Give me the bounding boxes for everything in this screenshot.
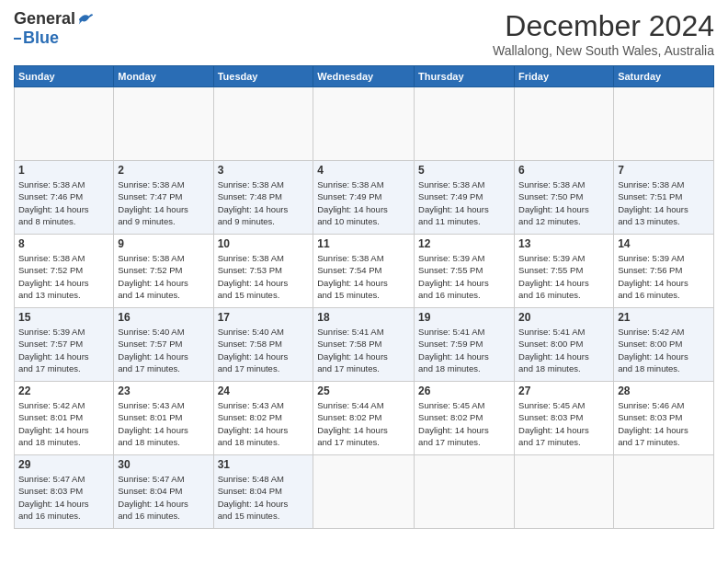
day-info: Sunrise: 5:43 AMSunset: 8:02 PMDaylight:… <box>218 399 310 448</box>
table-row: 14Sunrise: 5:39 AMSunset: 7:56 PMDayligh… <box>614 235 714 308</box>
day-number: 21 <box>618 311 710 324</box>
calendar-table: Sunday Monday Tuesday Wednesday Thursday… <box>14 65 714 529</box>
day-number: 30 <box>118 458 209 471</box>
day-number: 25 <box>317 385 410 397</box>
header: General Blue December 2024 Wallalong, Ne… <box>14 9 714 58</box>
table-row: 11Sunrise: 5:38 AMSunset: 7:54 PMDayligh… <box>313 235 415 308</box>
day-info: Sunrise: 5:42 AMSunset: 8:00 PMDaylight:… <box>618 326 710 374</box>
month-title: December 2024 <box>493 9 714 43</box>
table-row <box>15 87 114 161</box>
day-info: Sunrise: 5:38 AMSunset: 7:54 PMDaylight:… <box>317 252 410 301</box>
logo-general: General <box>14 9 75 29</box>
day-info: Sunrise: 5:40 AMSunset: 7:57 PMDaylight:… <box>118 326 209 374</box>
calendar-week-row: 15Sunrise: 5:39 AMSunset: 7:57 PMDayligh… <box>15 308 714 382</box>
day-info: Sunrise: 5:38 AMSunset: 7:52 PMDaylight:… <box>18 252 109 301</box>
day-info: Sunrise: 5:38 AMSunset: 7:48 PMDaylight:… <box>218 178 310 227</box>
page: General Blue December 2024 Wallalong, Ne… <box>0 0 728 563</box>
table-row: 26Sunrise: 5:45 AMSunset: 8:02 PMDayligh… <box>415 382 515 455</box>
table-row: 24Sunrise: 5:43 AMSunset: 8:02 PMDayligh… <box>213 382 313 455</box>
day-number: 11 <box>317 237 410 250</box>
day-info: Sunrise: 5:39 AMSunset: 7:57 PMDaylight:… <box>18 326 109 374</box>
table-row: 15Sunrise: 5:39 AMSunset: 7:57 PMDayligh… <box>15 308 114 382</box>
day-info: Sunrise: 5:38 AMSunset: 7:53 PMDaylight:… <box>218 252 310 301</box>
calendar-header: Sunday Monday Tuesday Wednesday Thursday… <box>15 66 714 87</box>
day-number: 4 <box>317 164 410 177</box>
day-number: 3 <box>218 164 310 177</box>
table-row <box>114 87 213 161</box>
calendar-week-row: 29Sunrise: 5:47 AMSunset: 8:03 PMDayligh… <box>15 455 714 529</box>
day-number: 29 <box>18 458 109 471</box>
table-row: 17Sunrise: 5:40 AMSunset: 7:58 PMDayligh… <box>213 308 313 382</box>
table-row: 22Sunrise: 5:42 AMSunset: 8:01 PMDayligh… <box>15 382 114 455</box>
day-info: Sunrise: 5:38 AMSunset: 7:51 PMDaylight:… <box>618 178 710 227</box>
calendar-body: 1Sunrise: 5:38 AMSunset: 7:46 PMDaylight… <box>15 87 714 529</box>
day-number: 23 <box>118 385 209 397</box>
table-row <box>614 87 714 161</box>
table-row: 29Sunrise: 5:47 AMSunset: 8:03 PMDayligh… <box>15 455 114 529</box>
col-sunday: Sunday <box>15 66 114 87</box>
day-number: 27 <box>518 385 609 397</box>
table-row: 8Sunrise: 5:38 AMSunset: 7:52 PMDaylight… <box>15 235 114 308</box>
table-row <box>313 455 415 529</box>
day-info: Sunrise: 5:44 AMSunset: 8:02 PMDaylight:… <box>317 399 410 448</box>
day-info: Sunrise: 5:42 AMSunset: 8:01 PMDaylight:… <box>18 399 109 448</box>
table-row: 9Sunrise: 5:38 AMSunset: 7:52 PMDaylight… <box>114 235 213 308</box>
table-row: 28Sunrise: 5:46 AMSunset: 8:03 PMDayligh… <box>614 382 714 455</box>
day-info: Sunrise: 5:38 AMSunset: 7:49 PMDaylight:… <box>317 178 410 227</box>
day-number: 13 <box>518 237 609 250</box>
day-info: Sunrise: 5:39 AMSunset: 7:55 PMDaylight:… <box>518 252 609 301</box>
day-info: Sunrise: 5:40 AMSunset: 7:58 PMDaylight:… <box>218 326 310 374</box>
day-number: 8 <box>18 237 109 250</box>
table-row: 13Sunrise: 5:39 AMSunset: 7:55 PMDayligh… <box>515 235 614 308</box>
day-number: 22 <box>18 385 109 397</box>
col-thursday: Thursday <box>415 66 515 87</box>
table-row: 27Sunrise: 5:45 AMSunset: 8:03 PMDayligh… <box>515 382 614 455</box>
day-number: 31 <box>218 458 310 471</box>
table-row <box>313 87 415 161</box>
table-row: 10Sunrise: 5:38 AMSunset: 7:53 PMDayligh… <box>213 235 313 308</box>
col-wednesday: Wednesday <box>313 66 415 87</box>
table-row <box>415 455 515 529</box>
logo-text: General <box>14 9 94 29</box>
day-info: Sunrise: 5:47 AMSunset: 8:03 PMDaylight:… <box>18 473 109 522</box>
table-row: 1Sunrise: 5:38 AMSunset: 7:46 PMDaylight… <box>15 161 114 235</box>
day-number: 12 <box>418 237 510 250</box>
title-block: December 2024 Wallalong, New South Wales… <box>493 9 714 58</box>
day-info: Sunrise: 5:45 AMSunset: 8:02 PMDaylight:… <box>418 399 510 448</box>
day-info: Sunrise: 5:39 AMSunset: 7:56 PMDaylight:… <box>618 252 710 301</box>
location: Wallalong, New South Wales, Australia <box>493 43 714 58</box>
table-row: 4Sunrise: 5:38 AMSunset: 7:49 PMDaylight… <box>313 161 415 235</box>
col-monday: Monday <box>114 66 213 87</box>
table-row: 30Sunrise: 5:47 AMSunset: 8:04 PMDayligh… <box>114 455 213 529</box>
day-info: Sunrise: 5:48 AMSunset: 8:04 PMDaylight:… <box>218 473 310 522</box>
table-row: 31Sunrise: 5:48 AMSunset: 8:04 PMDayligh… <box>213 455 313 529</box>
logo-bird-icon <box>77 11 94 28</box>
calendar-week-row: 1Sunrise: 5:38 AMSunset: 7:46 PMDaylight… <box>15 161 714 235</box>
day-info: Sunrise: 5:38 AMSunset: 7:49 PMDaylight:… <box>418 178 510 227</box>
day-info: Sunrise: 5:38 AMSunset: 7:52 PMDaylight:… <box>118 252 209 301</box>
col-tuesday: Tuesday <box>213 66 313 87</box>
day-info: Sunrise: 5:38 AMSunset: 7:46 PMDaylight:… <box>18 178 109 227</box>
day-number: 24 <box>218 385 310 397</box>
table-row: 18Sunrise: 5:41 AMSunset: 7:58 PMDayligh… <box>313 308 415 382</box>
day-number: 15 <box>18 311 109 324</box>
table-row: 25Sunrise: 5:44 AMSunset: 8:02 PMDayligh… <box>313 382 415 455</box>
day-info: Sunrise: 5:41 AMSunset: 7:58 PMDaylight:… <box>317 326 410 374</box>
calendar-week-row: 22Sunrise: 5:42 AMSunset: 8:01 PMDayligh… <box>15 382 714 455</box>
day-number: 10 <box>218 237 310 250</box>
day-number: 17 <box>218 311 310 324</box>
day-info: Sunrise: 5:41 AMSunset: 8:00 PMDaylight:… <box>518 326 609 374</box>
day-number: 14 <box>618 237 710 250</box>
table-row <box>213 87 313 161</box>
table-row: 3Sunrise: 5:38 AMSunset: 7:48 PMDaylight… <box>213 161 313 235</box>
calendar-week-row: 8Sunrise: 5:38 AMSunset: 7:52 PMDaylight… <box>15 235 714 308</box>
day-number: 6 <box>518 164 609 177</box>
day-number: 16 <box>118 311 209 324</box>
day-number: 9 <box>118 237 209 250</box>
day-info: Sunrise: 5:39 AMSunset: 7:55 PMDaylight:… <box>418 252 510 301</box>
table-row: 7Sunrise: 5:38 AMSunset: 7:51 PMDaylight… <box>614 161 714 235</box>
calendar-week-row <box>15 87 714 161</box>
table-row: 5Sunrise: 5:38 AMSunset: 7:49 PMDaylight… <box>415 161 515 235</box>
day-number: 26 <box>418 385 510 397</box>
day-info: Sunrise: 5:38 AMSunset: 7:47 PMDaylight:… <box>118 178 209 227</box>
